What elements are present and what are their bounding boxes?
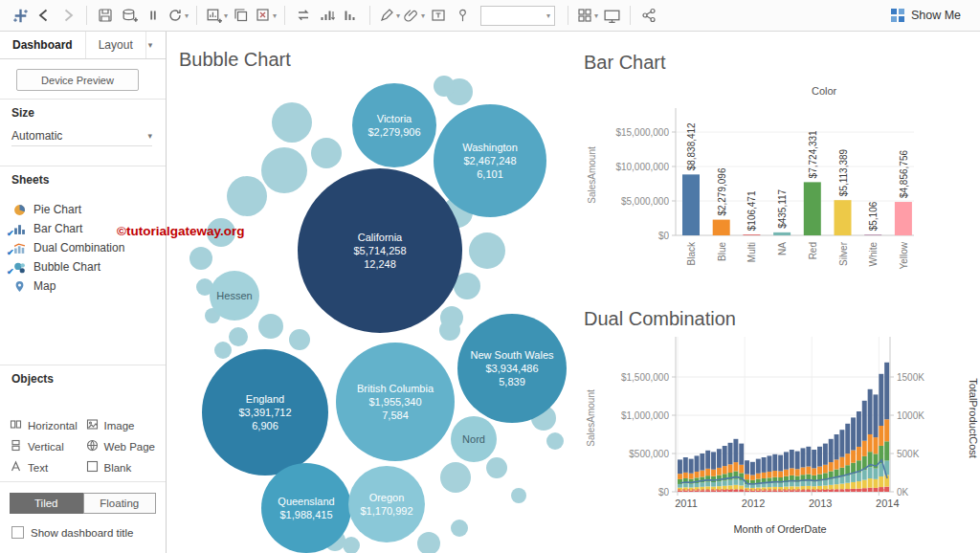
dual-bar-segment[interactable] [817, 447, 822, 467]
dual-bar-segment[interactable] [806, 481, 811, 486]
new-worksheet-button[interactable]: ▾ [205, 4, 228, 27]
dual-bar-segment[interactable] [689, 474, 694, 479]
dual-bar-segment[interactable] [695, 491, 700, 493]
dual-bar-segment[interactable] [772, 471, 777, 477]
dual-bar-segment[interactable] [772, 454, 777, 471]
bar-mark[interactable] [804, 182, 821, 235]
dual-combination-chart[interactable]: 2011201220132014$00K$500,000500K$1,000,0… [584, 337, 980, 553]
bar-category-label[interactable]: Blue [717, 242, 727, 261]
dual-bar-segment[interactable] [695, 455, 700, 472]
dual-bar-segment[interactable] [750, 485, 755, 488]
dual-bar-segment[interactable] [795, 452, 800, 470]
pane-menu-caret-icon[interactable]: ▾ [146, 32, 159, 58]
dual-bar-segment[interactable] [723, 466, 727, 474]
dual-bar-segment[interactable] [739, 480, 744, 486]
dual-bar-segment[interactable] [790, 490, 794, 492]
sort-descending-button[interactable] [341, 4, 362, 27]
dual-bar-segment[interactable] [683, 473, 688, 478]
dual-bar-segment[interactable] [845, 424, 850, 453]
dual-bar-segment[interactable] [723, 480, 727, 485]
bar-category-label[interactable]: Silver [838, 241, 849, 266]
chevron-down-icon[interactable]: ▾ [273, 11, 277, 20]
dual-bar-segment[interactable] [689, 491, 694, 492]
dual-bar-segment[interactable] [845, 476, 850, 483]
dual-bar-segment[interactable] [862, 470, 867, 479]
dual-bar-segment[interactable] [829, 462, 834, 471]
device-preview-button[interactable]: Device Preview [16, 69, 139, 91]
clear-sheet-button[interactable]: ▾ [255, 4, 277, 27]
bubble-mark[interactable] [214, 342, 232, 359]
bar-category-label[interactable]: Black [686, 241, 697, 265]
dual-bar-segment[interactable] [884, 487, 889, 492]
dual-bar-segment[interactable] [728, 485, 733, 490]
dual-bar-segment[interactable] [823, 444, 828, 465]
dual-bar-segment[interactable] [683, 491, 688, 492]
sheet-item-dual[interactable]: ✔Dual Combination [0, 238, 166, 257]
chevron-down-icon[interactable]: ▾ [421, 11, 425, 20]
dual-bar-segment[interactable] [756, 474, 761, 479]
dual-bar-segment[interactable] [784, 470, 789, 476]
dual-bar-segment[interactable] [705, 451, 710, 469]
dual-bar-segment[interactable] [700, 453, 704, 471]
dual-bar-segment[interactable] [784, 452, 789, 469]
dual-bar-segment[interactable] [879, 476, 883, 487]
dual-bar-segment[interactable] [711, 490, 716, 492]
object-web[interactable]: Web Page [86, 439, 163, 453]
fix-axes-button[interactable] [452, 4, 473, 27]
dual-bar-segment[interactable] [801, 481, 806, 486]
highlight-button[interactable]: ▾ [378, 4, 400, 27]
bubble-mark[interactable] [289, 329, 310, 350]
dual-bar-segment[interactable] [767, 491, 771, 493]
show-mark-labels-button[interactable] [428, 4, 449, 27]
dual-bar-segment[interactable] [790, 468, 794, 475]
dual-bar-segment[interactable] [739, 465, 744, 474]
sheet-item-bubble[interactable]: ✔Bubble Chart [0, 257, 166, 276]
dual-bar-segment[interactable] [873, 469, 878, 479]
duplicate-sheet-button[interactable] [231, 4, 252, 27]
dual-bar-segment[interactable] [767, 455, 771, 472]
dual-bar-segment[interactable] [851, 451, 856, 463]
dual-bar-segment[interactable] [711, 476, 716, 482]
dual-bar-segment[interactable] [839, 476, 844, 483]
dual-bar-segment[interactable] [839, 430, 844, 457]
bubble-mark[interactable] [258, 314, 283, 339]
bar-category-label[interactable]: NA [777, 242, 788, 255]
chevron-down-icon[interactable]: ▾ [594, 11, 598, 20]
dual-bar-segment[interactable] [817, 467, 822, 475]
dual-bar-segment[interactable] [762, 491, 767, 492]
dual-bar-segment[interactable] [868, 434, 873, 452]
object-vertical[interactable]: Vertical [10, 439, 86, 453]
chevron-down-icon[interactable]: ▾ [224, 11, 228, 20]
object-horizontal[interactable]: Horizontal [10, 418, 86, 432]
size-dropdown[interactable]: Automatic ▾ [11, 125, 152, 146]
dual-bar-segment[interactable] [728, 480, 733, 486]
dual-bar-segment[interactable] [723, 446, 727, 466]
dual-bar-segment[interactable] [778, 455, 783, 472]
dual-bar-segment[interactable] [711, 470, 716, 476]
bar-mark[interactable] [864, 234, 881, 235]
dual-bar-segment[interactable] [767, 472, 771, 477]
dual-bar-segment[interactable] [884, 363, 889, 419]
dual-bar-segment[interactable] [812, 481, 816, 486]
bubble-mark[interactable] [348, 466, 425, 542]
swap-rows-columns-button[interactable] [293, 4, 314, 27]
dual-bar-segment[interactable] [812, 450, 816, 468]
dual-bar-segment[interactable] [733, 485, 738, 490]
dual-bar-segment[interactable] [845, 453, 850, 465]
bubble-mark[interactable] [261, 463, 351, 553]
sheet-item-map[interactable]: Map [0, 276, 166, 296]
dual-bar-segment[interactable] [762, 457, 767, 473]
dual-bar-segment[interactable] [806, 467, 811, 475]
dual-bar-segment[interactable] [745, 491, 749, 492]
dual-bar-segment[interactable] [689, 484, 694, 488]
share-workbook-button[interactable] [638, 4, 659, 27]
bubble-mark[interactable] [417, 532, 440, 553]
dual-bar-segment[interactable] [711, 452, 716, 469]
object-blank[interactable]: Blank [86, 460, 163, 475]
bubble-mark[interactable] [227, 176, 267, 216]
bubble-mark[interactable] [352, 83, 436, 167]
dual-bar-segment[interactable] [829, 485, 834, 490]
bar-category-label[interactable]: Multi [746, 242, 757, 262]
group-members-button[interactable]: ▾ [403, 4, 425, 27]
dual-bar-segment[interactable] [795, 482, 800, 487]
